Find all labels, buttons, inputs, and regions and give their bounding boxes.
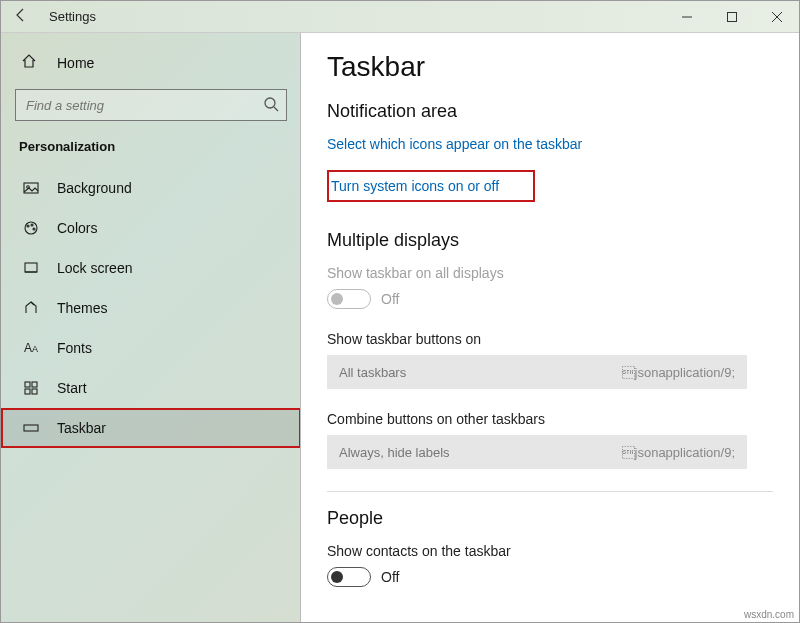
svg-point-9 — [27, 225, 29, 227]
main-panel: Taskbar Notification area Select which i… — [301, 33, 799, 622]
settings-window: Settings Home Personalization — [0, 0, 800, 623]
svg-point-8 — [25, 222, 37, 234]
toggle-show-taskbar-all-displays — [327, 289, 371, 309]
window-controls — [664, 1, 799, 32]
sidebar-item-label: Start — [57, 380, 87, 396]
toggle-state-show-all-displays: Off — [381, 291, 399, 307]
svg-rect-6 — [24, 183, 38, 193]
svg-rect-15 — [32, 382, 37, 387]
close-button[interactable] — [754, 1, 799, 32]
label-show-contacts: Show contacts on the taskbar — [327, 543, 773, 559]
link-select-icons[interactable]: Select which icons appear on the taskbar — [327, 136, 773, 152]
sidebar-item-background[interactable]: Background — [1, 168, 301, 208]
toggle-state-show-contacts: Off — [381, 569, 399, 585]
sidebar-item-label: Themes — [57, 300, 108, 316]
link-system-icons[interactable]: Turn system icons on or off — [327, 170, 535, 202]
page-title: Taskbar — [327, 51, 773, 83]
svg-rect-12 — [25, 263, 37, 272]
dropdown-show-taskbar-buttons[interactable]: All taskbars jsonapplication/9; — [327, 355, 747, 389]
section-people: People — [327, 508, 773, 529]
sidebar-category: Personalization — [1, 131, 301, 168]
lockscreen-icon — [21, 260, 41, 276]
label-combine-buttons: Combine buttons on other taskbars — [327, 411, 773, 427]
window-title: Settings — [49, 9, 96, 24]
dropdown-value: All taskbars — [339, 365, 406, 380]
section-notification-area: Notification area — [327, 101, 773, 122]
sidebar-item-label: Taskbar — [57, 420, 106, 436]
sidebar-home-label: Home — [57, 55, 94, 71]
back-button[interactable] — [1, 7, 41, 27]
sidebar-home[interactable]: Home — [1, 43, 301, 83]
content-area: Home Personalization Background Colors L… — [1, 33, 799, 622]
label-show-taskbar-buttons-on: Show taskbar buttons on — [327, 331, 773, 347]
sidebar-item-colors[interactable]: Colors — [1, 208, 301, 248]
titlebar: Settings — [1, 1, 799, 33]
svg-line-5 — [274, 107, 278, 111]
sidebar-item-taskbar[interactable]: Taskbar — [1, 408, 301, 448]
chevron-down-icon: jsonapplication/9; — [622, 445, 735, 460]
palette-icon — [21, 220, 41, 236]
sidebar-item-themes[interactable]: Themes — [1, 288, 301, 328]
svg-point-11 — [33, 228, 35, 230]
sidebar-item-label: Lock screen — [57, 260, 132, 276]
chevron-down-icon: jsonapplication/9; — [622, 365, 735, 380]
fonts-icon: AA — [21, 341, 41, 355]
start-icon — [21, 381, 41, 395]
svg-point-4 — [265, 98, 275, 108]
search-icon — [263, 96, 279, 116]
svg-rect-16 — [25, 389, 30, 394]
themes-icon — [21, 300, 41, 316]
section-multiple-displays: Multiple displays — [327, 230, 773, 251]
picture-icon — [21, 180, 41, 196]
home-icon — [21, 53, 41, 73]
taskbar-icon — [21, 422, 41, 434]
sidebar-item-label: Fonts — [57, 340, 92, 356]
sidebar-item-label: Colors — [57, 220, 97, 236]
svg-rect-14 — [25, 382, 30, 387]
search-wrap — [15, 89, 287, 121]
search-input[interactable] — [15, 89, 287, 121]
maximize-button[interactable] — [709, 1, 754, 32]
minimize-button[interactable] — [664, 1, 709, 32]
svg-rect-18 — [24, 425, 38, 431]
sidebar: Home Personalization Background Colors L… — [1, 33, 301, 622]
dropdown-value: Always, hide labels — [339, 445, 450, 460]
divider — [327, 491, 773, 492]
svg-rect-17 — [32, 389, 37, 394]
sidebar-item-fonts[interactable]: AA Fonts — [1, 328, 301, 368]
svg-rect-1 — [727, 12, 736, 21]
sidebar-item-lock-screen[interactable]: Lock screen — [1, 248, 301, 288]
watermark: wsxdn.com — [744, 609, 794, 620]
label-show-taskbar-all-displays: Show taskbar on all displays — [327, 265, 773, 281]
toggle-show-contacts[interactable] — [327, 567, 371, 587]
dropdown-combine-buttons[interactable]: Always, hide labels jsonapplication/9; — [327, 435, 747, 469]
sidebar-item-start[interactable]: Start — [1, 368, 301, 408]
svg-point-10 — [31, 224, 33, 226]
sidebar-item-label: Background — [57, 180, 132, 196]
